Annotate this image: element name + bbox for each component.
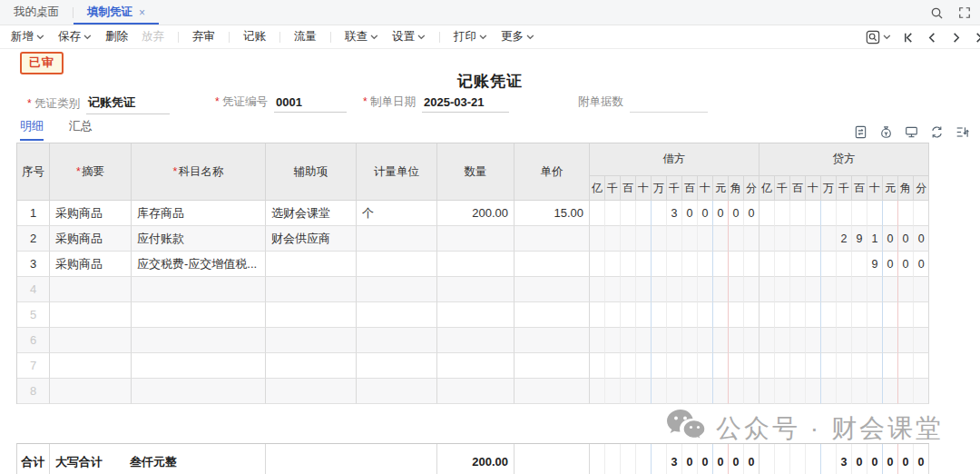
debit-digit-cell[interactable] xyxy=(590,302,605,328)
price-cell[interactable] xyxy=(514,302,590,328)
credit-digit-cell[interactable] xyxy=(775,379,790,404)
credit-digit-cell[interactable] xyxy=(898,353,914,379)
credit-digit-cell[interactable]: 9 xyxy=(852,226,867,252)
credit-digit-cell[interactable] xyxy=(790,379,806,404)
debit-digit-cell[interactable] xyxy=(713,353,729,379)
credit-digit-cell[interactable] xyxy=(883,201,898,226)
debit-digit-cell[interactable] xyxy=(636,201,652,226)
credit-digit-cell[interactable] xyxy=(775,328,790,353)
debit-digit-cell[interactable] xyxy=(744,252,760,277)
unit-cell[interactable] xyxy=(357,252,437,277)
credit-digit-cell[interactable] xyxy=(760,252,775,277)
credit-digit-cell[interactable] xyxy=(837,379,852,404)
credit-digit-cell[interactable] xyxy=(806,277,821,302)
toolbar-button-cash-flow[interactable]: 流量 xyxy=(294,29,317,44)
debit-digit-cell[interactable] xyxy=(621,302,636,328)
credit-digit-cell[interactable] xyxy=(775,353,790,379)
debit-digit-cell[interactable] xyxy=(698,328,713,353)
auxiliary-cell[interactable]: 选财会课堂 xyxy=(266,201,357,226)
debit-digit-cell[interactable] xyxy=(698,379,713,404)
summary-cell[interactable] xyxy=(50,277,132,302)
unit-cell[interactable] xyxy=(357,353,437,379)
debit-digit-cell[interactable] xyxy=(698,226,713,252)
credit-digit-cell[interactable] xyxy=(806,226,821,252)
toolbar-button-link-query[interactable]: 联查 xyxy=(345,29,378,44)
credit-digit-cell[interactable] xyxy=(898,277,914,302)
debit-digit-cell[interactable] xyxy=(667,277,682,302)
tab-my-desktop[interactable]: 我的桌面 xyxy=(0,0,73,25)
credit-digit-cell[interactable] xyxy=(790,328,806,353)
credit-digit-cell[interactable] xyxy=(790,252,806,277)
debit-digit-cell[interactable] xyxy=(636,379,652,404)
debit-digit-cell[interactable]: 0 xyxy=(744,201,760,226)
debit-digit-cell[interactable] xyxy=(698,277,713,302)
credit-digit-cell[interactable] xyxy=(790,277,806,302)
credit-digit-cell[interactable]: 0 xyxy=(914,226,929,252)
nav-next-icon[interactable] xyxy=(950,32,962,44)
debit-digit-cell[interactable] xyxy=(682,226,698,252)
credit-digit-cell[interactable] xyxy=(821,226,837,252)
account-cell[interactable]: 库存商品 xyxy=(132,201,266,226)
summary-cell[interactable]: 采购商品 xyxy=(50,201,132,226)
summary-cell[interactable] xyxy=(50,353,132,379)
debit-digit-cell[interactable] xyxy=(744,328,760,353)
debit-digit-cell[interactable] xyxy=(682,328,698,353)
debit-digit-cell[interactable] xyxy=(636,252,652,277)
voucher-type-input[interactable]: 记账凭证 xyxy=(86,94,170,114)
credit-digit-cell[interactable] xyxy=(821,277,837,302)
summary-cell[interactable]: 采购商品 xyxy=(50,226,132,252)
credit-digit-cell[interactable] xyxy=(914,201,929,226)
credit-digit-cell[interactable] xyxy=(821,201,837,226)
debit-digit-cell[interactable] xyxy=(729,302,744,328)
debit-digit-cell[interactable] xyxy=(636,302,652,328)
debit-digit-cell[interactable] xyxy=(605,277,621,302)
toolbar-button-delete[interactable]: 删除 xyxy=(105,29,128,44)
debit-digit-cell[interactable]: 0 xyxy=(698,201,713,226)
credit-digit-cell[interactable]: 0 xyxy=(883,226,898,252)
toolbar-button-post[interactable]: 记账 xyxy=(243,29,266,44)
credit-digit-cell[interactable] xyxy=(806,201,821,226)
credit-digit-cell[interactable] xyxy=(760,302,775,328)
credit-digit-cell[interactable] xyxy=(760,201,775,226)
nav-first-icon[interactable] xyxy=(903,32,915,44)
debit-digit-cell[interactable] xyxy=(713,277,729,302)
credit-digit-cell[interactable] xyxy=(883,328,898,353)
debit-digit-cell[interactable] xyxy=(682,277,698,302)
price-cell[interactable] xyxy=(514,252,590,277)
debit-digit-cell[interactable] xyxy=(605,302,621,328)
debit-digit-cell[interactable] xyxy=(729,252,744,277)
debit-digit-cell[interactable] xyxy=(744,226,760,252)
credit-digit-cell[interactable] xyxy=(760,226,775,252)
credit-digit-cell[interactable] xyxy=(775,252,790,277)
debit-digit-cell[interactable] xyxy=(729,277,744,302)
credit-digit-cell[interactable]: 0 xyxy=(914,252,929,277)
debit-digit-cell[interactable] xyxy=(698,353,713,379)
unit-cell[interactable] xyxy=(357,277,437,302)
unit-cell[interactable] xyxy=(357,379,437,404)
unit-cell[interactable]: 个 xyxy=(357,201,437,226)
credit-digit-cell[interactable] xyxy=(821,353,837,379)
auxiliary-cell[interactable] xyxy=(266,252,357,277)
credit-digit-cell[interactable]: 2 xyxy=(837,226,852,252)
credit-digit-cell[interactable] xyxy=(806,328,821,353)
voucher-query-icon[interactable] xyxy=(866,30,891,44)
credit-digit-cell[interactable] xyxy=(775,277,790,302)
summary-cell[interactable] xyxy=(50,328,132,353)
debit-digit-cell[interactable] xyxy=(621,328,636,353)
account-cell[interactable] xyxy=(132,277,266,302)
debit-digit-cell[interactable] xyxy=(682,353,698,379)
credit-digit-cell[interactable] xyxy=(883,379,898,404)
money-bag-icon[interactable] xyxy=(879,125,893,139)
debit-digit-cell[interactable] xyxy=(667,226,682,252)
debit-digit-cell[interactable] xyxy=(605,379,621,404)
debit-digit-cell[interactable] xyxy=(621,252,636,277)
credit-digit-cell[interactable] xyxy=(898,379,914,404)
credit-digit-cell[interactable] xyxy=(898,201,914,226)
credit-digit-cell[interactable] xyxy=(837,252,852,277)
quantity-cell[interactable] xyxy=(437,328,514,353)
debit-digit-cell[interactable] xyxy=(744,277,760,302)
credit-digit-cell[interactable] xyxy=(837,277,852,302)
close-icon[interactable]: × xyxy=(139,6,145,19)
debit-digit-cell[interactable] xyxy=(621,353,636,379)
toolbar-button-more[interactable]: 更多 xyxy=(501,29,534,44)
